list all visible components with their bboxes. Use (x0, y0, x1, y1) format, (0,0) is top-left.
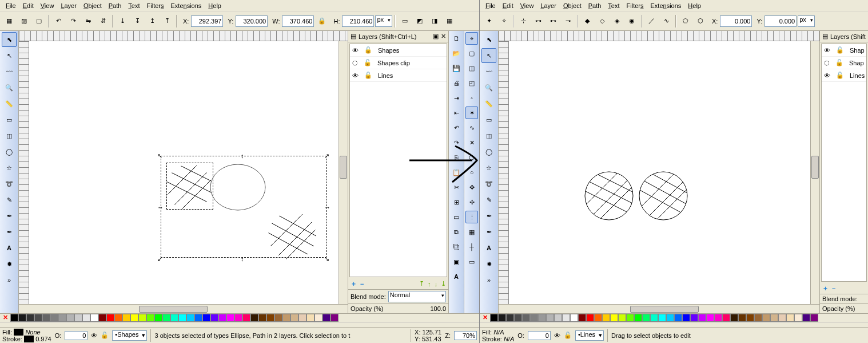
color-swatch[interactable] (170, 314, 178, 322)
x-input[interactable] (191, 15, 223, 27)
text-tool[interactable]: A (2, 241, 17, 255)
menu-filters[interactable]: Filters (144, 1, 168, 10)
color-swatch[interactable] (138, 314, 146, 322)
lock-icon[interactable]: 🔓 (835, 59, 843, 66)
color-swatch[interactable] (498, 314, 506, 322)
color-swatch[interactable] (234, 314, 242, 322)
layer-name[interactable]: Lines (378, 72, 393, 79)
save-button[interactable]: 💾 (450, 62, 463, 74)
layer-name[interactable]: Shapes (378, 47, 399, 54)
layers-close-icon[interactable]: ✕ (441, 33, 446, 40)
units-select[interactable]: px (798, 15, 815, 27)
color-swatch[interactable] (506, 314, 514, 322)
color-swatch[interactable] (490, 314, 498, 322)
add-layer-button[interactable]: ＋ (822, 284, 829, 293)
color-swatch[interactable] (634, 314, 642, 322)
measure-tool[interactable]: 📏 (481, 96, 496, 111)
color-swatch[interactable] (762, 314, 770, 322)
scrollbar-vertical[interactable] (339, 41, 348, 304)
color-swatch[interactable] (626, 314, 634, 322)
opacity-value[interactable]: 100.0 (430, 305, 446, 312)
color-swatch[interactable] (298, 314, 306, 322)
snap-guide-button[interactable]: ┼ (465, 241, 478, 253)
color-swatch[interactable] (778, 314, 786, 322)
color-swatch[interactable] (226, 314, 234, 322)
snap-page-button[interactable]: ▭ (465, 255, 478, 268)
rotate-cw-button[interactable]: ↷ (66, 14, 80, 28)
color-swatch[interactable] (282, 314, 290, 322)
zoom-fit-button[interactable]: ⊞ (450, 196, 463, 208)
color-swatch[interactable] (530, 314, 538, 322)
color-swatch[interactable] (682, 314, 690, 322)
break-node-button[interactable]: ⊹ (516, 14, 530, 28)
opacity-input[interactable] (65, 331, 87, 340)
tweak-tool[interactable]: 〰 (2, 64, 17, 79)
color-swatch[interactable] (210, 314, 218, 322)
layer-name[interactable]: Lines (850, 72, 865, 79)
layer-bottom-button[interactable]: ⤓ (441, 280, 446, 287)
menu-file[interactable]: File (2, 1, 19, 10)
spray-tool[interactable]: ✸ (2, 257, 17, 271)
color-palette[interactable]: ✕ (0, 313, 479, 322)
color-swatch[interactable] (202, 314, 210, 322)
color-swatch[interactable] (514, 314, 522, 322)
color-swatch[interactable] (658, 314, 666, 322)
color-swatch[interactable] (42, 314, 50, 322)
color-swatch[interactable] (698, 314, 706, 322)
more-tools[interactable]: » (2, 273, 17, 287)
pencil-tool[interactable]: ✎ (2, 192, 17, 207)
layer-top-button[interactable]: ⤒ (419, 280, 424, 287)
layer-row[interactable]: ◌🔓Shap (822, 57, 866, 69)
affect-stroke-button[interactable]: ▭ (398, 14, 412, 28)
menu-edit[interactable]: Edit (19, 1, 37, 10)
layers-min-icon[interactable]: ▣ (433, 33, 439, 40)
select-all-button[interactable]: ▦ (2, 14, 16, 28)
snap-edge-button[interactable]: ◫ (465, 62, 478, 74)
ruler-horizontal[interactable] (499, 31, 819, 41)
text-tool[interactable]: A (481, 241, 496, 255)
ruler-vertical[interactable] (19, 41, 29, 304)
eye-icon[interactable]: 👁 (554, 332, 560, 339)
color-swatch[interactable] (90, 314, 98, 322)
lock-icon[interactable]: 🔓 (101, 332, 109, 339)
pen-tool[interactable]: ✒︎ (481, 224, 496, 239)
calligraphy-tool[interactable]: ✒ (2, 208, 17, 223)
layer-name[interactable]: Shapes clip (377, 60, 410, 66)
rect-tool[interactable]: ▭ (481, 112, 496, 127)
menu-help[interactable]: Help (684, 1, 704, 10)
color-swatch[interactable] (258, 314, 266, 322)
raise-button[interactable]: ↥ (145, 14, 159, 28)
color-swatch[interactable] (706, 314, 714, 322)
color-swatch[interactable] (66, 314, 74, 322)
spray-tool[interactable]: ✸ (481, 257, 496, 271)
more-tools[interactable]: » (481, 273, 496, 287)
join-node-button[interactable]: ⊶ (531, 14, 545, 28)
color-swatch[interactable] (162, 314, 170, 322)
snap-node-button[interactable]: ✶ (465, 107, 478, 119)
color-swatch[interactable] (794, 314, 802, 322)
lock-icon[interactable]: 🔓 (364, 72, 372, 79)
menu-edit[interactable]: Edit (499, 1, 517, 10)
lock-icon[interactable]: 🔓 (364, 46, 372, 54)
zoom-tool[interactable]: 🔍 (2, 80, 17, 95)
color-swatch[interactable] (186, 314, 194, 322)
eye-icon[interactable]: ◌ (824, 59, 830, 66)
menubar[interactable]: File Edit View Layer Object Path Text Fi… (0, 0, 479, 11)
color-swatch[interactable] (746, 314, 754, 322)
color-swatch[interactable] (738, 314, 746, 322)
scrollbar-vertical[interactable] (810, 41, 819, 304)
rect-tool[interactable]: ▭ (2, 112, 17, 127)
color-swatch[interactable] (562, 314, 570, 322)
stroke-swatch[interactable]: m (24, 336, 34, 342)
color-swatch[interactable] (650, 314, 658, 322)
cusp-button[interactable]: ◆ (580, 14, 594, 28)
color-swatch[interactable] (730, 314, 738, 322)
snap-enable-button[interactable]: ⌖ (465, 32, 478, 45)
fill-swatch[interactable]: m (14, 329, 23, 336)
lock-icon[interactable]: 🔓 (364, 59, 372, 66)
delete-seg-button[interactable]: ⊸ (561, 14, 575, 28)
affect-pattern-button[interactable]: ▦ (443, 14, 456, 28)
flip-v-button[interactable]: ⇵ (96, 14, 110, 28)
lock-icon[interactable]: 🔓 (564, 332, 572, 339)
color-swatch[interactable] (74, 314, 82, 322)
